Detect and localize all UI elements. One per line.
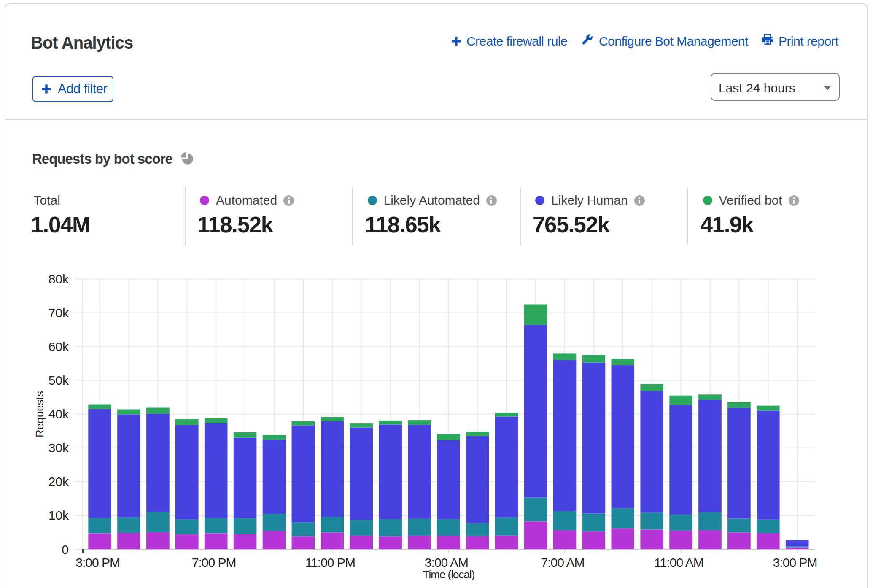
svg-text:70k: 70k bbox=[48, 306, 69, 320]
svg-text:20k: 20k bbox=[48, 475, 69, 488]
svg-text:Time (local): Time (local) bbox=[423, 568, 475, 581]
svg-text:0: 0 bbox=[62, 542, 69, 556]
svg-text:Requests: Requests bbox=[33, 391, 46, 437]
svg-text:30k: 30k bbox=[48, 441, 69, 455]
svg-text:7:00 PM: 7:00 PM bbox=[192, 556, 236, 569]
svg-text:3:00 AM: 3:00 AM bbox=[425, 556, 468, 569]
svg-text:50k: 50k bbox=[48, 373, 69, 387]
svg-text:11:00 PM: 11:00 PM bbox=[305, 556, 355, 569]
svg-text:10k: 10k bbox=[48, 508, 69, 522]
svg-text:7:00 AM: 7:00 AM bbox=[541, 556, 584, 569]
svg-text:80k: 80k bbox=[48, 272, 69, 286]
svg-text:40k: 40k bbox=[48, 407, 69, 421]
svg-text:60k: 60k bbox=[48, 340, 69, 353]
svg-text:3:00 PM: 3:00 PM bbox=[773, 556, 817, 569]
svg-text:3:00 PM: 3:00 PM bbox=[75, 556, 120, 569]
svg-text:11:00 AM: 11:00 AM bbox=[654, 556, 703, 569]
